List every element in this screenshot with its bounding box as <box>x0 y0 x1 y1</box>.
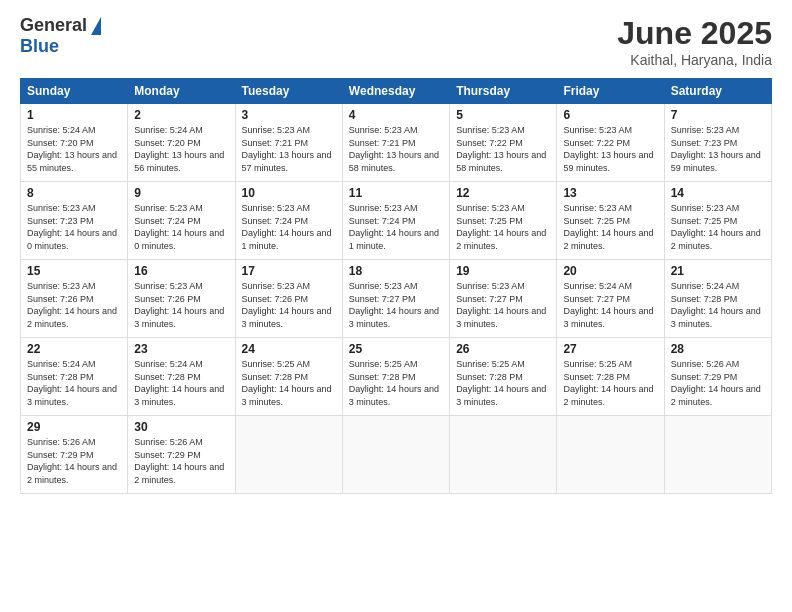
header: General Blue June 2025 Kaithal, Haryana,… <box>20 15 772 68</box>
table-row: 14 Sunrise: 5:23 AM Sunset: 7:25 PM Dayl… <box>664 182 771 260</box>
table-row: 12 Sunrise: 5:23 AM Sunset: 7:25 PM Dayl… <box>450 182 557 260</box>
day-info: Sunrise: 5:25 AM Sunset: 7:28 PM Dayligh… <box>349 358 443 408</box>
day-info: Sunrise: 5:23 AM Sunset: 7:25 PM Dayligh… <box>563 202 657 252</box>
calendar-week-row: 15 Sunrise: 5:23 AM Sunset: 7:26 PM Dayl… <box>21 260 772 338</box>
day-number: 16 <box>134 264 228 278</box>
table-row: 8 Sunrise: 5:23 AM Sunset: 7:23 PM Dayli… <box>21 182 128 260</box>
header-wednesday: Wednesday <box>342 79 449 104</box>
day-info: Sunrise: 5:26 AM Sunset: 7:29 PM Dayligh… <box>27 436 121 486</box>
table-row: 24 Sunrise: 5:25 AM Sunset: 7:28 PM Dayl… <box>235 338 342 416</box>
day-info: Sunrise: 5:25 AM Sunset: 7:28 PM Dayligh… <box>456 358 550 408</box>
day-info: Sunrise: 5:24 AM Sunset: 7:20 PM Dayligh… <box>134 124 228 174</box>
month-title: June 2025 <box>617 15 772 52</box>
day-info: Sunrise: 5:23 AM Sunset: 7:24 PM Dayligh… <box>242 202 336 252</box>
day-number: 17 <box>242 264 336 278</box>
logo-triangle-icon <box>91 17 101 35</box>
table-row: 15 Sunrise: 5:23 AM Sunset: 7:26 PM Dayl… <box>21 260 128 338</box>
day-info: Sunrise: 5:25 AM Sunset: 7:28 PM Dayligh… <box>242 358 336 408</box>
calendar-week-row: 1 Sunrise: 5:24 AM Sunset: 7:20 PM Dayli… <box>21 104 772 182</box>
table-row: 28 Sunrise: 5:26 AM Sunset: 7:29 PM Dayl… <box>664 338 771 416</box>
day-info: Sunrise: 5:23 AM Sunset: 7:23 PM Dayligh… <box>671 124 765 174</box>
header-saturday: Saturday <box>664 79 771 104</box>
logo: General Blue <box>20 15 101 57</box>
day-info: Sunrise: 5:26 AM Sunset: 7:29 PM Dayligh… <box>671 358 765 408</box>
day-number: 6 <box>563 108 657 122</box>
day-info: Sunrise: 5:23 AM Sunset: 7:25 PM Dayligh… <box>671 202 765 252</box>
day-number: 1 <box>27 108 121 122</box>
day-number: 27 <box>563 342 657 356</box>
table-row: 13 Sunrise: 5:23 AM Sunset: 7:25 PM Dayl… <box>557 182 664 260</box>
day-number: 20 <box>563 264 657 278</box>
table-row <box>664 416 771 494</box>
table-row: 16 Sunrise: 5:23 AM Sunset: 7:26 PM Dayl… <box>128 260 235 338</box>
day-number: 22 <box>27 342 121 356</box>
table-row: 30 Sunrise: 5:26 AM Sunset: 7:29 PM Dayl… <box>128 416 235 494</box>
table-row: 4 Sunrise: 5:23 AM Sunset: 7:21 PM Dayli… <box>342 104 449 182</box>
table-row: 19 Sunrise: 5:23 AM Sunset: 7:27 PM Dayl… <box>450 260 557 338</box>
day-info: Sunrise: 5:26 AM Sunset: 7:29 PM Dayligh… <box>134 436 228 486</box>
logo-blue-text: Blue <box>20 36 59 57</box>
day-number: 28 <box>671 342 765 356</box>
day-number: 12 <box>456 186 550 200</box>
day-number: 3 <box>242 108 336 122</box>
day-number: 24 <box>242 342 336 356</box>
header-tuesday: Tuesday <box>235 79 342 104</box>
location: Kaithal, Haryana, India <box>617 52 772 68</box>
day-number: 23 <box>134 342 228 356</box>
table-row: 29 Sunrise: 5:26 AM Sunset: 7:29 PM Dayl… <box>21 416 128 494</box>
calendar-week-row: 8 Sunrise: 5:23 AM Sunset: 7:23 PM Dayli… <box>21 182 772 260</box>
day-number: 11 <box>349 186 443 200</box>
table-row: 3 Sunrise: 5:23 AM Sunset: 7:21 PM Dayli… <box>235 104 342 182</box>
day-info: Sunrise: 5:24 AM Sunset: 7:20 PM Dayligh… <box>27 124 121 174</box>
day-info: Sunrise: 5:23 AM Sunset: 7:22 PM Dayligh… <box>563 124 657 174</box>
day-info: Sunrise: 5:23 AM Sunset: 7:21 PM Dayligh… <box>349 124 443 174</box>
day-info: Sunrise: 5:23 AM Sunset: 7:23 PM Dayligh… <box>27 202 121 252</box>
table-row: 9 Sunrise: 5:23 AM Sunset: 7:24 PM Dayli… <box>128 182 235 260</box>
day-info: Sunrise: 5:23 AM Sunset: 7:24 PM Dayligh… <box>134 202 228 252</box>
table-row <box>235 416 342 494</box>
page: General Blue June 2025 Kaithal, Haryana,… <box>0 0 792 612</box>
day-info: Sunrise: 5:23 AM Sunset: 7:21 PM Dayligh… <box>242 124 336 174</box>
table-row: 6 Sunrise: 5:23 AM Sunset: 7:22 PM Dayli… <box>557 104 664 182</box>
table-row: 11 Sunrise: 5:23 AM Sunset: 7:24 PM Dayl… <box>342 182 449 260</box>
day-number: 7 <box>671 108 765 122</box>
title-block: June 2025 Kaithal, Haryana, India <box>617 15 772 68</box>
header-sunday: Sunday <box>21 79 128 104</box>
table-row: 25 Sunrise: 5:25 AM Sunset: 7:28 PM Dayl… <box>342 338 449 416</box>
day-number: 19 <box>456 264 550 278</box>
day-info: Sunrise: 5:23 AM Sunset: 7:26 PM Dayligh… <box>134 280 228 330</box>
calendar-week-row: 22 Sunrise: 5:24 AM Sunset: 7:28 PM Dayl… <box>21 338 772 416</box>
day-number: 26 <box>456 342 550 356</box>
day-number: 8 <box>27 186 121 200</box>
header-thursday: Thursday <box>450 79 557 104</box>
table-row: 23 Sunrise: 5:24 AM Sunset: 7:28 PM Dayl… <box>128 338 235 416</box>
table-row: 7 Sunrise: 5:23 AM Sunset: 7:23 PM Dayli… <box>664 104 771 182</box>
calendar: Sunday Monday Tuesday Wednesday Thursday… <box>20 78 772 494</box>
table-row: 26 Sunrise: 5:25 AM Sunset: 7:28 PM Dayl… <box>450 338 557 416</box>
table-row: 21 Sunrise: 5:24 AM Sunset: 7:28 PM Dayl… <box>664 260 771 338</box>
table-row <box>342 416 449 494</box>
day-info: Sunrise: 5:23 AM Sunset: 7:25 PM Dayligh… <box>456 202 550 252</box>
table-row <box>557 416 664 494</box>
day-info: Sunrise: 5:23 AM Sunset: 7:22 PM Dayligh… <box>456 124 550 174</box>
table-row: 20 Sunrise: 5:24 AM Sunset: 7:27 PM Dayl… <box>557 260 664 338</box>
day-info: Sunrise: 5:24 AM Sunset: 7:28 PM Dayligh… <box>671 280 765 330</box>
day-number: 4 <box>349 108 443 122</box>
day-number: 5 <box>456 108 550 122</box>
day-number: 2 <box>134 108 228 122</box>
calendar-week-row: 29 Sunrise: 5:26 AM Sunset: 7:29 PM Dayl… <box>21 416 772 494</box>
day-info: Sunrise: 5:24 AM Sunset: 7:28 PM Dayligh… <box>134 358 228 408</box>
day-info: Sunrise: 5:23 AM Sunset: 7:27 PM Dayligh… <box>349 280 443 330</box>
day-info: Sunrise: 5:23 AM Sunset: 7:26 PM Dayligh… <box>242 280 336 330</box>
table-row: 1 Sunrise: 5:24 AM Sunset: 7:20 PM Dayli… <box>21 104 128 182</box>
weekday-header-row: Sunday Monday Tuesday Wednesday Thursday… <box>21 79 772 104</box>
table-row: 27 Sunrise: 5:25 AM Sunset: 7:28 PM Dayl… <box>557 338 664 416</box>
day-number: 25 <box>349 342 443 356</box>
day-number: 14 <box>671 186 765 200</box>
table-row: 10 Sunrise: 5:23 AM Sunset: 7:24 PM Dayl… <box>235 182 342 260</box>
table-row: 2 Sunrise: 5:24 AM Sunset: 7:20 PM Dayli… <box>128 104 235 182</box>
table-row: 18 Sunrise: 5:23 AM Sunset: 7:27 PM Dayl… <box>342 260 449 338</box>
header-monday: Monday <box>128 79 235 104</box>
header-friday: Friday <box>557 79 664 104</box>
day-number: 13 <box>563 186 657 200</box>
